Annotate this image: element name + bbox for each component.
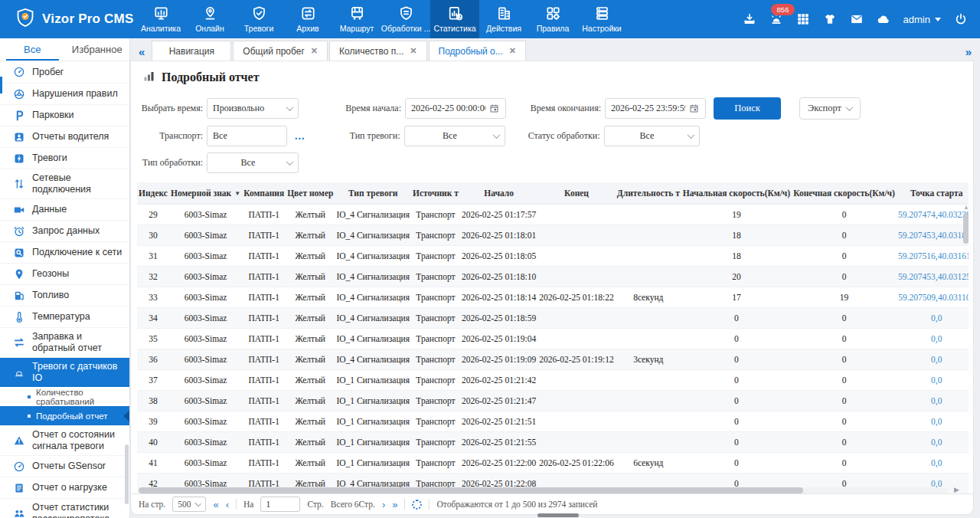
alarm-type-select[interactable]: Все <box>404 126 505 146</box>
content-tab[interactable]: Общий пробег✕ <box>233 41 328 61</box>
content-tab[interactable]: Навигация <box>152 41 231 61</box>
tabs-collapse-button[interactable]: « <box>133 45 150 61</box>
column-header[interactable]: Компания <box>242 182 286 204</box>
page-number-input[interactable] <box>260 497 300 512</box>
sidebar-item[interactable]: Отчет статистики пассажиропотока <box>0 498 129 518</box>
start-time-field[interactable] <box>405 98 506 119</box>
sidebar-subitem[interactable]: Количество срабатываний <box>0 387 129 406</box>
topnav-processing[interactable]: Обработки ... <box>381 0 430 38</box>
column-header[interactable]: Цвет номер <box>286 182 335 204</box>
sidebar-item[interactable]: Заправка и обратный отчет <box>0 327 129 357</box>
close-icon[interactable]: ✕ <box>410 46 416 56</box>
sidebar-item[interactable]: Топливо <box>0 284 129 306</box>
close-icon[interactable]: ✕ <box>311 46 318 56</box>
column-header[interactable]: Начало <box>460 182 537 204</box>
sidebar-item[interactable]: Сетевые подключения <box>0 169 129 198</box>
user-menu[interactable]: admin <box>903 14 941 25</box>
start-point-link[interactable]: 59.207453,40.031258 <box>897 266 969 287</box>
table-horizontal-scrollbar[interactable] <box>139 487 949 493</box>
start-point-link[interactable]: 0,0 <box>897 349 969 369</box>
transport-input[interactable] <box>213 130 281 142</box>
start-point-link[interactable]: 0,0 <box>897 411 969 431</box>
column-header[interactable]: Тип тревоги <box>335 182 411 204</box>
start-point-link[interactable]: 0,0 <box>897 390 969 411</box>
scroll-right-arrow[interactable]: ▶ <box>954 486 959 493</box>
column-header[interactable]: Точка старта <box>897 182 969 204</box>
sidebar-item[interactable]: Пробег <box>0 61 129 83</box>
column-header[interactable]: Конечная скорость(Км/ч) <box>792 182 897 204</box>
topnav-statistics[interactable]: Статистика <box>430 0 479 38</box>
topnav-settings[interactable]: Настройки <box>577 0 626 38</box>
mail-icon[interactable] <box>850 12 864 26</box>
content-tab[interactable]: Подробный о...✕ <box>429 41 526 61</box>
sidebar-item[interactable]: Отчеты водителя <box>0 126 129 147</box>
column-header[interactable]: Источник т <box>411 182 460 204</box>
topnav-online[interactable]: Онлайн <box>185 0 234 38</box>
topnav-alarms[interactable]: Тревоги <box>234 0 283 38</box>
sidebar-item[interactable]: Отчет о нагрузке <box>0 477 129 498</box>
end-time-input[interactable] <box>611 103 685 114</box>
download-icon[interactable] <box>743 12 756 26</box>
sidebar-scrollbar[interactable] <box>125 444 129 504</box>
topnav-route[interactable]: Маршрут <box>332 0 381 38</box>
start-point-link[interactable]: 0,0 <box>897 328 969 349</box>
sidebar-item[interactable]: Отчеты GSensor <box>0 455 129 477</box>
column-header[interactable]: Конец <box>537 182 615 204</box>
cloud-icon[interactable] <box>877 12 890 26</box>
per-page-select[interactable]: 500 <box>172 497 206 512</box>
transport-field[interactable] <box>207 126 287 146</box>
transport-more-button[interactable]: ... <box>295 130 305 143</box>
sidebar-subitem[interactable]: Подробный отчет <box>0 406 129 425</box>
table-vertical-scrollbar[interactable]: ▲ <box>963 205 969 297</box>
first-page-button[interactable]: « <box>213 499 218 510</box>
sidebar-item[interactable]: Подключение к сети <box>0 241 129 263</box>
start-point-link[interactable]: 0,0 <box>897 431 969 452</box>
start-point-link[interactable]: 0,0 <box>897 452 969 473</box>
sidebar-item[interactable]: Запрос данных <box>0 220 129 241</box>
sidebar-tab-favorites[interactable]: Избранное <box>65 38 130 61</box>
sidebar-item[interactable]: Отчет о состоянии сигнала тревоги <box>0 425 129 455</box>
sidebar-item[interactable]: Тревоги <box>0 147 129 169</box>
start-point-link[interactable]: 59.207509,40.031102 <box>897 287 969 307</box>
start-point-link[interactable]: 59.207474,40.032388 <box>897 204 969 225</box>
topnav-rules[interactable]: Правила <box>528 0 577 38</box>
calendar-icon[interactable] <box>689 103 700 113</box>
topnav-analytics[interactable]: Аналитика <box>136 0 185 38</box>
alerts-siren-icon[interactable]: 856 <box>769 12 783 26</box>
refresh-spinner-icon[interactable] <box>412 500 422 510</box>
export-button[interactable]: Экспорт <box>799 97 861 120</box>
calendar-icon[interactable] <box>489 103 500 113</box>
sidebar-item[interactable]: Нарушения правил <box>0 83 129 104</box>
column-header[interactable]: Начальная скорость(Км/ч) <box>681 182 792 204</box>
processing-type-select[interactable]: Все <box>207 152 299 173</box>
column-header[interactable]: Индекс <box>137 182 169 204</box>
end-time-field[interactable] <box>605 98 706 119</box>
sidebar-item[interactable]: Температура <box>0 306 129 327</box>
column-header[interactable]: Номерной знак▼ <box>169 182 242 204</box>
start-point-link[interactable]: 59.207516,40.031613 <box>897 245 969 266</box>
column-header[interactable]: Длительность т <box>616 182 681 204</box>
start-point-link[interactable]: 0,0 <box>897 307 969 328</box>
start-point-link[interactable]: 59.207453,40.031833 <box>897 225 969 245</box>
status-select[interactable]: Все <box>604 126 700 146</box>
topnav-archive[interactable]: Архив <box>283 0 332 38</box>
start-point-link[interactable]: 0,0 <box>897 369 969 390</box>
close-icon[interactable]: ✕ <box>509 46 516 56</box>
sidebar-item[interactable]: Геозоны <box>0 263 129 284</box>
last-page-button[interactable]: » <box>392 499 397 510</box>
shirt-icon[interactable] <box>823 12 837 26</box>
time-range-select[interactable]: Произвольно <box>207 98 299 119</box>
scroll-up-arrow[interactable]: ▲ <box>963 205 969 210</box>
sidebar-tab-all[interactable]: Все <box>0 38 65 61</box>
tabs-expand-button[interactable]: » <box>960 45 977 61</box>
sidebar-item[interactable]: Тревоги с датчиков IO <box>0 357 129 387</box>
apps-grid-icon[interactable] <box>796 12 810 26</box>
search-button[interactable]: Поиск <box>714 97 781 120</box>
sidebar-item[interactable]: Данные <box>0 198 129 220</box>
start-time-input[interactable] <box>411 103 485 114</box>
prev-page-button[interactable]: ‹ <box>226 499 229 510</box>
power-icon[interactable] <box>954 12 968 26</box>
next-page-button[interactable]: › <box>382 499 385 510</box>
topnav-actions[interactable]: Действия <box>479 0 528 38</box>
content-tab[interactable]: Количество п...✕ <box>329 41 427 61</box>
